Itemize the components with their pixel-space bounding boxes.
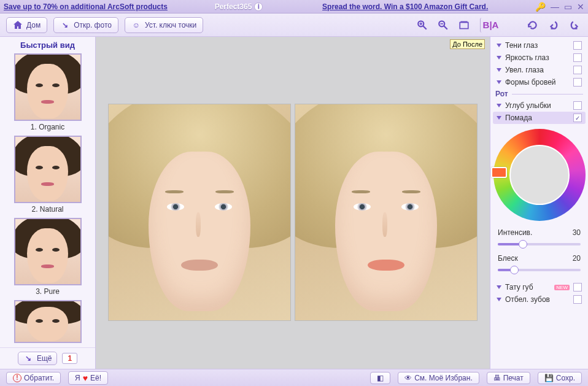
cursor-icon: ↘	[23, 353, 33, 363]
undo-all-button[interactable]	[525, 18, 540, 33]
intensity-value: 30	[573, 228, 581, 237]
option-checkbox[interactable]	[573, 66, 582, 74]
face-icon: ☺	[131, 20, 141, 30]
mouth-tail-option[interactable]: Тату губNEW	[493, 281, 586, 293]
mouth-tail-option[interactable]: Отбел. зубов	[493, 293, 586, 306]
heart-icon: ♥	[83, 373, 88, 383]
option-checkbox[interactable]	[573, 295, 582, 304]
category-mouth: Рот	[493, 88, 586, 99]
preset-pure[interactable]: 3. Pure	[14, 218, 82, 298]
option-checkbox[interactable]	[573, 101, 582, 110]
home-icon	[13, 20, 23, 30]
set-keypoints-button[interactable]: ☺ Уст. ключ точки	[125, 17, 203, 33]
svg-rect-2	[460, 22, 468, 28]
compare-tooltip: До После	[450, 39, 485, 49]
mouth-option[interactable]: Углуб улыбки	[493, 99, 586, 112]
share-button[interactable]: ◧	[370, 372, 390, 384]
quickview-title: Быстрый вид	[0, 37, 95, 53]
color-wheel[interactable]	[493, 129, 586, 221]
intensity-slider[interactable]	[498, 239, 581, 249]
preset-count-badge: 1	[62, 353, 77, 364]
feedback-button[interactable]: !Обратит.	[6, 372, 61, 384]
expand-icon	[497, 104, 501, 107]
expand-icon	[497, 80, 501, 84]
new-tag: NEW	[554, 285, 570, 290]
adjustments-panel: Тени глазЯркость глазУвел. глазаФормы бр…	[490, 37, 588, 369]
expand-icon	[497, 44, 501, 47]
option-label: Отбел. зубов	[505, 295, 570, 304]
option-label: Помада	[505, 114, 570, 122]
intensity-slider-row: Интенсив.30	[493, 226, 586, 252]
home-button[interactable]: Дом	[6, 17, 47, 33]
expand-icon	[497, 116, 501, 120]
promo-link-right[interactable]: Spread the word. Win a $100 Amazon Gift …	[322, 2, 488, 11]
option-checkbox[interactable]: ✓	[573, 114, 582, 122]
save-icon: 💾	[544, 374, 554, 382]
info-icon[interactable]: i	[254, 2, 263, 11]
expand-icon	[497, 68, 501, 72]
option-label: Тени глаз	[505, 41, 570, 50]
promo-link-left[interactable]: Save up to 70% on additional ArcSoft pro…	[4, 2, 168, 11]
print-icon: 🖶	[493, 374, 501, 382]
photo-after[interactable]	[295, 104, 478, 321]
eye-option[interactable]: Увел. глаза	[493, 64, 586, 76]
zoom-out-button[interactable]	[436, 18, 451, 33]
expand-icon	[497, 298, 501, 301]
maximize-button[interactable]: ▭	[564, 2, 572, 12]
close-button[interactable]: ✕	[577, 2, 584, 12]
option-label: Яркость глаз	[505, 53, 570, 62]
undo-button[interactable]	[546, 18, 561, 33]
expand-icon	[497, 285, 501, 289]
option-label: Углуб улыбки	[505, 101, 570, 110]
favorites-button[interactable]: 👁См. Моё Избран.	[398, 372, 479, 384]
share-icon: ◧	[377, 374, 384, 382]
fit-screen-button[interactable]	[457, 18, 471, 33]
more-presets-button[interactable]: ↘Ещё	[18, 352, 58, 365]
save-button[interactable]: 💾Сохр.	[538, 372, 582, 384]
eye-option[interactable]: Яркость глаз	[493, 52, 586, 64]
eye-icon: 👁	[404, 374, 412, 382]
gloss-slider[interactable]	[498, 265, 581, 275]
app-title: Perfect365i	[215, 2, 263, 11]
gloss-slider-row: Блеск20	[493, 252, 586, 277]
bottom-bar: !Обратит. Я♥Её! ◧ 👁См. Моё Избран. 🖶Печа…	[0, 369, 588, 386]
option-checkbox[interactable]	[573, 283, 582, 291]
option-label: Увел. глаза	[505, 66, 570, 74]
exclaim-icon: !	[13, 374, 21, 382]
zoom-in-button[interactable]	[415, 18, 430, 33]
print-button[interactable]: 🖶Печат	[487, 372, 530, 384]
option-label: Тату губ	[505, 283, 549, 291]
preset-natural[interactable]: 2. Natural	[14, 136, 82, 215]
color-selection[interactable]	[491, 167, 507, 178]
eye-option[interactable]: Тени глаз	[493, 39, 586, 52]
before-after-button[interactable]: B|A	[480, 18, 495, 33]
expand-icon	[497, 56, 501, 60]
preset-list: 1. Organic 2. Natural 3. Pure	[0, 53, 95, 347]
redo-button[interactable]	[567, 18, 582, 33]
canvas-area: До После	[96, 37, 490, 369]
i-love-it-button[interactable]: Я♥Её!	[68, 371, 108, 385]
eye-option[interactable]: Формы бровей	[493, 76, 586, 88]
option-label: Формы бровей	[505, 78, 570, 87]
open-photo-button[interactable]: ↘ Откр. фото	[53, 17, 118, 33]
gloss-value: 20	[573, 254, 581, 263]
photo-before[interactable]	[108, 104, 291, 321]
title-bar: Save up to 70% on additional ArcSoft pro…	[0, 0, 588, 14]
mouth-option[interactable]: Помада✓	[493, 112, 586, 124]
option-checkbox[interactable]	[573, 78, 582, 87]
option-checkbox[interactable]	[573, 53, 582, 62]
option-checkbox[interactable]	[573, 41, 582, 50]
main-toolbar: Дом ↘ Откр. фото ☺ Уст. ключ точки B|A	[0, 14, 588, 37]
minimize-button[interactable]: —	[551, 2, 559, 12]
cursor-icon: ↘	[60, 20, 70, 30]
quickview-sidebar: Быстрый вид 1. Organic 2. Natural 3. Pur…	[0, 37, 96, 369]
preset-organic[interactable]: 1. Organic	[14, 53, 82, 133]
key-icon[interactable]: 🔑	[535, 2, 546, 12]
preset-next[interactable]	[14, 300, 82, 343]
